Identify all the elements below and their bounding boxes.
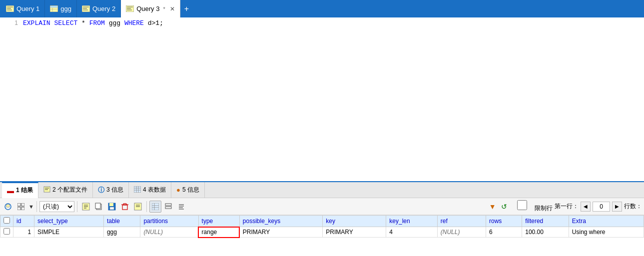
cell-partitions: (NULL) — [140, 227, 198, 238]
editor-area[interactable]: 1 EXPLAIN SELECT * FROM ggg WHERE d>1; — [0, 17, 644, 182]
line-number-1: 1 — [4, 19, 18, 26]
result-tab-5[interactable]: ● 5 信息 — [171, 182, 205, 198]
prev-page-btn[interactable]: ◀ — [581, 202, 591, 212]
svg-rect-38 — [109, 203, 113, 206]
select-all-checkbox[interactable] — [3, 217, 10, 224]
svg-rect-53 — [165, 207, 171, 209]
col-id: id — [13, 216, 34, 227]
keyword-explain: EXPLAIN — [23, 19, 50, 27]
col-partitions: partitions — [140, 216, 198, 227]
tab-ggg[interactable]: ggg — [45, 0, 77, 17]
cell-possible-keys: PRIMARY — [239, 227, 322, 238]
next-page-btn[interactable]: ▶ — [612, 202, 622, 212]
tab-query3[interactable]: Query 3 * ✕ — [121, 0, 180, 17]
svg-rect-39 — [110, 207, 114, 210]
tab-query2-label: Query 2 — [92, 5, 115, 12]
export-btn[interactable] — [80, 201, 92, 213]
cell-rows: 6 — [486, 227, 522, 238]
result-tab-1-label: 1 结果 — [16, 186, 33, 195]
col-ref: ref — [437, 216, 486, 227]
cell-key: PRIMARY — [323, 227, 386, 238]
tab-query1-label: Query 1 — [16, 5, 39, 12]
add-tab-button[interactable]: + — [180, 0, 193, 17]
limit-row-checkbox[interactable] — [512, 200, 532, 210]
svg-rect-27 — [17, 203, 20, 206]
result-tabs-bar: ▬ 1 结果 2 个配置文件 ⓘ 3 信息 4 表数据 ● 5 信息 — [0, 182, 644, 198]
keyword-from: FROM — [89, 19, 105, 27]
form-view-btn[interactable] — [162, 201, 174, 213]
cell-ref: (NULL) — [437, 227, 486, 238]
result2-icon — [43, 186, 50, 194]
copy-btn[interactable] — [93, 201, 105, 213]
dropdown-arrow: ▼ — [28, 204, 34, 210]
first-row-label: 第一行： — [555, 202, 579, 211]
result4-icon — [134, 186, 141, 194]
result-table-wrap: id select_type table partitions type pos… — [0, 215, 644, 256]
line-content-1: EXPLAIN SELECT * FROM ggg WHERE d>1; — [23, 19, 163, 27]
result-tab-5-label: 5 信息 — [182, 186, 199, 194]
table-header-row: id select_type table partitions type pos… — [0, 216, 644, 227]
col-possible-keys: possible_keys — [239, 216, 322, 227]
grid-view-btn[interactable] — [149, 201, 161, 213]
first-row-input[interactable] — [593, 202, 610, 212]
filter-btn[interactable]: ↺ — [498, 201, 510, 213]
query1-icon — [6, 5, 14, 12]
save-btn[interactable] — [106, 201, 118, 213]
svg-rect-28 — [21, 203, 24, 206]
result5-icon: ● — [176, 186, 180, 194]
result-table: id select_type table partitions type pos… — [0, 215, 644, 238]
tab-modified-indicator: * — [163, 6, 165, 12]
svg-rect-26 — [6, 205, 9, 207]
text-view-btn[interactable] — [175, 201, 187, 213]
result-tab-3-label: 3 信息 — [106, 186, 123, 194]
col-key: key — [323, 216, 386, 227]
add-tab-icon: + — [184, 4, 189, 13]
tab-query3-close[interactable]: ✕ — [170, 6, 175, 12]
sep3 — [146, 201, 147, 212]
result1-icon: ▬ — [7, 187, 14, 195]
cell-id: 1 — [13, 227, 34, 238]
row-checkbox-cell — [0, 227, 13, 238]
svg-rect-20 — [134, 186, 141, 193]
result-tab-3[interactable]: ⓘ 3 信息 — [93, 182, 129, 198]
tab-query3-label: Query 3 — [136, 5, 159, 12]
svg-rect-30 — [21, 207, 24, 210]
editor-line-1: 1 EXPLAIN SELECT * FROM ggg WHERE d>1; — [0, 19, 644, 27]
result-tab-2[interactable]: 2 个配置文件 — [38, 182, 93, 198]
result-tab-1[interactable]: ▬ 1 结果 — [2, 182, 38, 198]
filter-icon: ▼ — [489, 203, 496, 211]
svg-rect-48 — [152, 203, 159, 210]
col-select-type: select_type — [34, 216, 104, 227]
col-type: type — [198, 216, 239, 227]
result3-icon: ⓘ — [98, 186, 104, 195]
tab-ggg-label: ggg — [60, 5, 71, 12]
toolbar-right: ▼ ↺ 限制行 第一行： ◀ ▶ 行数： — [489, 200, 642, 213]
tab-bar: Query 1 ggg Query 2 Query 3 * ✕ + — [0, 0, 644, 17]
result-tab-4[interactable]: 4 表数据 — [129, 182, 171, 198]
delete-btn[interactable] — [119, 201, 131, 213]
readonly-select[interactable]: (只读) — [39, 201, 74, 212]
keyword-select: SELECT — [54, 19, 77, 27]
grid-btn[interactable] — [15, 201, 27, 213]
query2-icon — [82, 5, 90, 12]
col-key-len: key_len — [386, 216, 437, 227]
col-table: table — [103, 216, 140, 227]
cell-table: ggg — [103, 227, 140, 238]
row-checkbox[interactable] — [3, 228, 10, 235]
col-extra: Extra — [569, 216, 644, 227]
import-btn[interactable] — [132, 201, 144, 213]
result-tab-4-label: 4 表数据 — [143, 186, 166, 194]
tab-query1[interactable]: Query 1 — [1, 0, 45, 17]
refresh-button[interactable] — [2, 201, 14, 213]
cell-type: range — [198, 227, 239, 238]
table-row[interactable]: 1 SIMPLE ggg (NULL) range PRIMARY PRIMAR… — [0, 227, 644, 238]
cell-key-len: 4 — [386, 227, 437, 238]
cell-filtered: 100.00 — [522, 227, 569, 238]
sep1 — [36, 201, 37, 212]
cell-extra: Using where — [569, 227, 644, 238]
tab-query2[interactable]: Query 2 — [77, 0, 121, 17]
keyword-where: WHERE — [124, 19, 144, 27]
result-tab-2-label: 2 个配置文件 — [52, 186, 87, 194]
sep2 — [77, 201, 77, 212]
space2: * — [81, 19, 89, 27]
